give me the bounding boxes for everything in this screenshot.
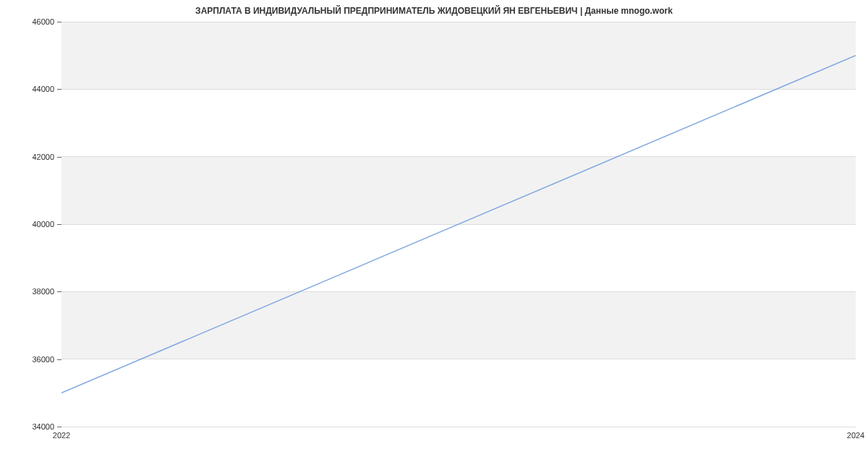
y-tick-mark [57, 224, 61, 225]
y-tick-label: 46000 [25, 17, 54, 26]
y-tick-mark [57, 157, 61, 158]
y-tick-label: 42000 [25, 153, 54, 161]
series-line [61, 56, 856, 393]
y-tick-label: 44000 [25, 85, 54, 93]
x-tick-label: 2024 [847, 431, 864, 440]
y-tick-label: 38000 [25, 287, 54, 296]
chart-title: ЗАРПЛАТА В ИНДИВИДУАЛЬНЫЙ ПРЕДПРИНИМАТЕЛ… [0, 6, 868, 16]
y-tick-label: 36000 [25, 355, 54, 364]
plot-area [61, 22, 856, 427]
line-layer [61, 22, 856, 427]
y-tick-mark [57, 291, 61, 292]
y-tick-label: 34000 [25, 422, 54, 431]
y-tick-mark [57, 22, 61, 22]
y-tick-mark [57, 89, 61, 90]
y-tick-mark [57, 427, 61, 427]
y-tick-mark [57, 359, 61, 360]
x-tick-label: 2022 [53, 431, 70, 440]
y-tick-label: 40000 [25, 220, 54, 228]
